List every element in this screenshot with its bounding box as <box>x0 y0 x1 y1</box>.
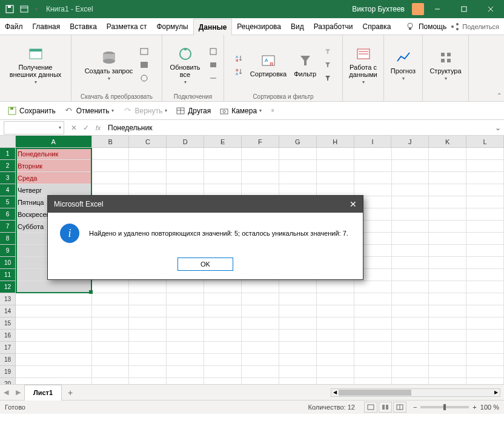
zoom-slider[interactable] <box>420 406 469 408</box>
cell[interactable] <box>466 148 504 160</box>
cell[interactable] <box>129 281 167 293</box>
tab-insert[interactable]: Вставка <box>65 18 102 35</box>
cell[interactable] <box>317 366 354 378</box>
cell[interactable] <box>429 378 466 384</box>
cell[interactable] <box>466 342 504 354</box>
autosave-icon[interactable] <box>19 4 29 14</box>
row-header[interactable]: 20 <box>0 378 16 384</box>
sort-button[interactable]: AЯ Сортировка <box>248 51 289 79</box>
cell[interactable] <box>466 160 504 172</box>
tab-data[interactable]: Данные <box>193 19 233 36</box>
zoom-out-button[interactable]: − <box>413 404 417 411</box>
cell[interactable] <box>129 378 167 384</box>
cell[interactable] <box>429 269 466 281</box>
cell[interactable] <box>317 281 354 293</box>
edit-links-button[interactable] <box>207 72 220 84</box>
cell[interactable] <box>167 293 204 305</box>
sheet-tab-1[interactable]: Лист1 <box>24 385 62 400</box>
filter-button[interactable]: Фильтр <box>291 51 319 79</box>
row-header[interactable]: 19 <box>0 366 16 378</box>
cell[interactable] <box>392 160 429 172</box>
cell[interactable] <box>279 293 317 305</box>
cell[interactable] <box>429 342 466 354</box>
cell[interactable] <box>429 233 466 245</box>
cell[interactable] <box>16 378 92 384</box>
cell[interactable]: Понедельник <box>16 148 92 160</box>
col-header-f[interactable]: F <box>242 136 279 147</box>
cell[interactable] <box>354 293 392 305</box>
cell[interactable] <box>466 305 504 317</box>
cell[interactable] <box>317 378 354 384</box>
cell[interactable] <box>354 330 392 342</box>
cell[interactable] <box>242 148 279 160</box>
cell[interactable] <box>429 245 466 257</box>
cell[interactable] <box>466 281 504 293</box>
cell[interactable] <box>354 317 392 330</box>
cell[interactable] <box>392 293 429 305</box>
tab-view[interactable]: Вид <box>286 18 309 35</box>
col-header-a[interactable]: A <box>16 136 92 147</box>
cell[interactable] <box>392 245 429 257</box>
reapply-button[interactable] <box>321 59 334 71</box>
cell[interactable] <box>16 317 92 330</box>
zoom-level[interactable]: 100 % <box>480 404 499 411</box>
cell[interactable] <box>466 366 504 378</box>
cell[interactable] <box>466 196 504 208</box>
cell[interactable] <box>317 172 354 184</box>
cell[interactable] <box>317 148 354 160</box>
cell[interactable] <box>466 208 504 221</box>
row-header[interactable]: 8 <box>0 233 16 245</box>
cell[interactable] <box>242 172 279 184</box>
cell[interactable] <box>392 196 429 208</box>
minimize-button[interactable] <box>424 0 451 18</box>
cell[interactable] <box>354 281 392 293</box>
fx-button[interactable]: fx <box>92 121 104 135</box>
cell[interactable] <box>317 317 354 330</box>
row-header[interactable]: 11 <box>0 269 16 281</box>
cell[interactable] <box>429 366 466 378</box>
cell[interactable] <box>392 184 429 196</box>
cell[interactable] <box>354 148 392 160</box>
tab-layout[interactable]: Разметка ст <box>102 18 152 35</box>
cell[interactable] <box>429 330 466 342</box>
tab-nav-next[interactable]: ▶ <box>12 388 24 396</box>
horizontal-scrollbar[interactable]: ◀ ▶ <box>331 388 500 397</box>
row-header[interactable]: 7 <box>0 221 16 233</box>
cell[interactable] <box>167 317 204 330</box>
cell[interactable] <box>242 330 279 342</box>
cell[interactable] <box>129 342 167 354</box>
formula-input[interactable]: Понедельник <box>104 124 492 132</box>
sort-desc-button[interactable]: ЯA <box>232 65 245 78</box>
cell[interactable] <box>92 317 130 330</box>
cell[interactable] <box>204 317 242 330</box>
outline-button[interactable]: Структура▾ <box>427 48 463 82</box>
cell[interactable] <box>204 293 242 305</box>
cell[interactable] <box>429 281 466 293</box>
cell[interactable] <box>354 378 392 384</box>
advanced-filter-button[interactable] <box>321 72 334 84</box>
cell[interactable] <box>242 366 279 378</box>
row-header[interactable]: 9 <box>0 245 16 257</box>
cell[interactable] <box>279 366 317 378</box>
tab-nav-prev[interactable]: ◀ <box>0 388 12 396</box>
other-view-button[interactable]: Другая <box>173 105 213 117</box>
cell[interactable] <box>392 221 429 233</box>
cell[interactable] <box>92 342 130 354</box>
recent-sources-button[interactable] <box>138 72 151 84</box>
cell[interactable] <box>317 160 354 172</box>
cell[interactable] <box>429 160 466 172</box>
zoom-in-button[interactable]: + <box>472 404 476 411</box>
col-header-b[interactable]: B <box>92 136 130 147</box>
row-header[interactable]: 4 <box>0 184 16 196</box>
cell[interactable] <box>16 342 92 354</box>
dialog-close-button[interactable]: ✕ <box>350 199 357 209</box>
cell[interactable] <box>92 184 130 196</box>
cell[interactable] <box>16 366 92 378</box>
tab-home[interactable]: Главная <box>28 18 65 35</box>
cell[interactable]: Вторник <box>16 160 92 172</box>
cell[interactable] <box>429 208 466 221</box>
cell[interactable] <box>204 330 242 342</box>
cell[interactable] <box>129 330 167 342</box>
cell[interactable] <box>392 305 429 317</box>
save-icon[interactable] <box>5 4 15 14</box>
